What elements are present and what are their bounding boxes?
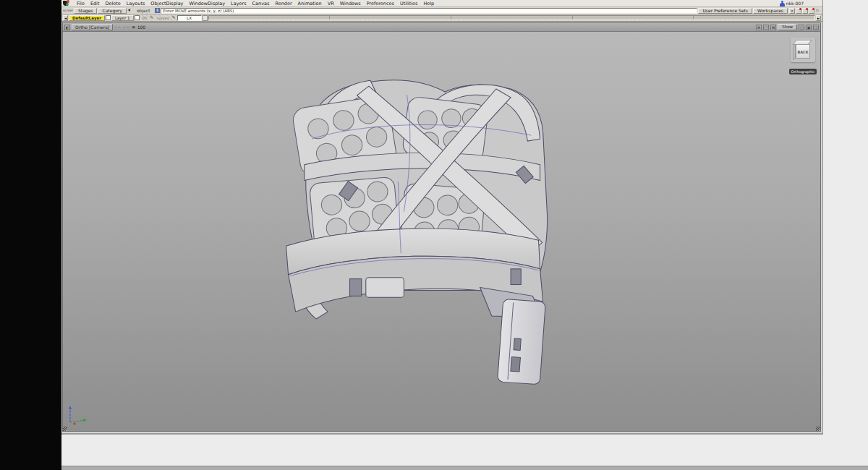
- point-snap-icon[interactable]: [809, 8, 814, 14]
- menu-render[interactable]: Render: [272, 1, 294, 7]
- user-preference-sets-button[interactable]: User Preference Sets: [698, 8, 752, 14]
- layer-scroll-left-icon[interactable]: ◄: [63, 15, 68, 21]
- user-account[interactable]: nkk-007: [780, 1, 804, 7]
- visibility-eye-icon[interactable]: 👁: [132, 25, 136, 30]
- app-logo-icon: [63, 0, 72, 7]
- menu-layouts[interactable]: Layouts: [124, 1, 148, 7]
- user-name: nkk-007: [786, 1, 804, 6]
- layer-track: [208, 15, 816, 20]
- viewport-menu-icon[interactable]: ◧: [64, 25, 70, 30]
- pick-filter-label: curves: [155, 16, 171, 20]
- left-black-strip: [0, 0, 61, 470]
- layer1-visibility-checkbox[interactable]: [135, 15, 140, 20]
- menu-preferences[interactable]: Preferences: [364, 1, 397, 7]
- view-cube-plate[interactable]: BACK: [791, 38, 815, 62]
- layer-1-button[interactable]: Layer 1: [111, 15, 134, 21]
- stages-tab[interactable]: Stages: [74, 8, 97, 14]
- viewport-pane-icon[interactable]: ▢: [763, 25, 769, 30]
- viewport-split-icon[interactable]: ⊠: [770, 25, 776, 30]
- viewport-resize-grip-right[interactable]: [816, 427, 820, 431]
- curve-snap-icon[interactable]: [796, 8, 801, 14]
- taskbar-strip: [61, 466, 868, 470]
- view-cube-front-face[interactable]: BACK: [796, 44, 810, 59]
- viewport-marks: ÷÷ ÷÷: [114, 25, 130, 29]
- viewport-titlebar[interactable]: ◧ Ortho [Camera] ÷÷ ÷÷ 👁 100 ⊞ ▢ ⊠ Show …: [63, 23, 820, 32]
- pencil-icon: [150, 15, 154, 20]
- menu-windows[interactable]: Windows: [337, 1, 364, 7]
- window-restore-icon[interactable]: ◲: [813, 25, 819, 30]
- defaultlayer-visibility-checkbox[interactable]: [106, 15, 111, 20]
- symmetry-label: 00: [140, 16, 149, 20]
- menu-bar: File Edit Delete Layouts ObjectDisplay W…: [61, 0, 822, 7]
- menu-windowdisplay[interactable]: WindowDisplay: [186, 1, 228, 7]
- axis-triad: [64, 403, 90, 427]
- snap-expand-icon[interactable]: ▷: [815, 8, 820, 14]
- promptline-input[interactable]: Enter MOVE amounts (x, y, z) (ABS): [161, 8, 697, 14]
- visibility-value: 100: [137, 25, 145, 30]
- menu-vr[interactable]: VR: [325, 1, 337, 7]
- show-menu-button[interactable]: Show: [778, 24, 797, 30]
- workspaces-button[interactable]: Workspaces: [753, 8, 788, 14]
- pencil-icon-2: [172, 15, 176, 20]
- menu-layers[interactable]: Layers: [228, 1, 250, 7]
- category-tab[interactable]: Category: [98, 8, 126, 14]
- layer-scroll-right-icon[interactable]: ►: [816, 15, 821, 21]
- pick-mode-label: object: [134, 8, 153, 13]
- menu-animation[interactable]: Animation: [295, 1, 325, 7]
- device-box: [498, 299, 546, 385]
- view-cube-label: Orthographic: [789, 69, 817, 74]
- viewport-resize-grip-left[interactable]: [63, 427, 67, 431]
- menu-delete[interactable]: Delete: [102, 1, 123, 7]
- vest-3d-model: [63, 32, 820, 431]
- window-maximize-icon[interactable]: ▣: [806, 25, 812, 30]
- menu-utilities[interactable]: Utilities: [397, 1, 420, 7]
- layer-defaultlayer-button[interactable]: DefaultLayer: [69, 15, 105, 21]
- window-minimize-icon[interactable]: ▢: [799, 25, 804, 30]
- layer-bar: ◄ DefaultLayer Layer 1 00 curves LX ►: [61, 14, 822, 22]
- viewport-grid-icon[interactable]: ⊞: [756, 25, 762, 30]
- cv-snap-icon[interactable]: [802, 8, 808, 14]
- grid-snap-icon[interactable]: ✕: [789, 8, 795, 14]
- desktop-background: File Edit Delete Layouts ObjectDisplay W…: [0, 0, 868, 470]
- viewport-title[interactable]: Ortho [Camera]: [72, 24, 113, 30]
- menu-file[interactable]: File: [74, 1, 88, 7]
- prompt-icon: E: [155, 8, 160, 13]
- screen-label: screen: [63, 9, 73, 12]
- pick-cursor-icon: [127, 8, 133, 14]
- input-step-button[interactable]: [203, 15, 208, 21]
- alias-application-window: File Edit Delete Layouts ObjectDisplay W…: [61, 0, 823, 435]
- toolbar-row: screen Stages Category object E Enter MO…: [61, 7, 822, 14]
- coordinate-input[interactable]: LX: [177, 15, 202, 21]
- menu-help[interactable]: Help: [420, 1, 437, 7]
- menu-canvas[interactable]: Canvas: [250, 1, 273, 7]
- menu-objectdisplay[interactable]: ObjectDisplay: [148, 1, 186, 7]
- user-icon: [780, 1, 785, 7]
- view-cube[interactable]: BACK Orthographic: [788, 38, 818, 76]
- snap-toggle-group: ✕ ▷: [789, 8, 820, 14]
- viewport-canvas[interactable]: BACK Orthographic: [63, 32, 820, 431]
- viewport-window: ◧ Ortho [Camera] ÷÷ ÷÷ 👁 100 ⊞ ▢ ⊠ Show …: [62, 22, 821, 432]
- menu-edit[interactable]: Edit: [88, 1, 103, 7]
